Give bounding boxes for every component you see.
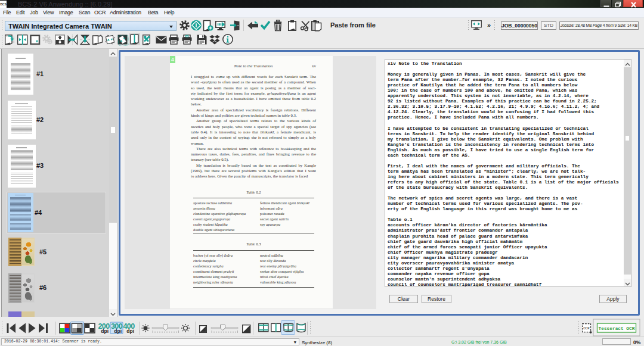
svg-text:Tesseract OCR: Tesseract OCR	[599, 326, 635, 331]
svg-text:dpi: dpi	[101, 328, 109, 334]
svg-text:dpi: dpi	[126, 328, 134, 334]
svg-text:OCR: OCR	[583, 327, 590, 330]
svg-text:dpi: dpi	[114, 328, 122, 334]
